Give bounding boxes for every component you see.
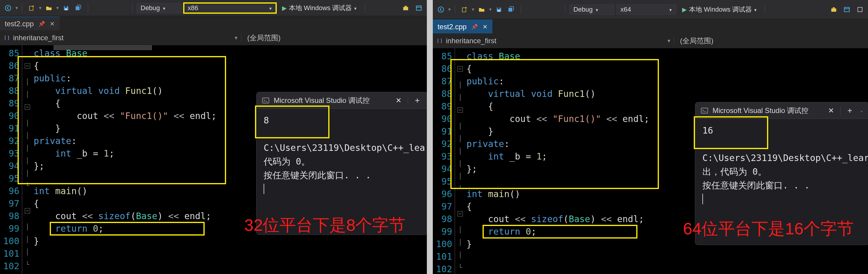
tab-test2cpp[interactable]: test2.cpp 📌 ✕ — [0, 17, 60, 30]
console-output: 16 C:\Users\23119\Desktop\C++_learn 出，代码… — [695, 119, 868, 211]
console-output: 8 C:\Users\23119\Desktop\C++_lea 代码为 0。 … — [256, 109, 427, 201]
tab-filename: test2.cpp — [5, 20, 34, 28]
svg-rect-6 — [416, 6, 422, 10]
svg-rect-12 — [497, 10, 500, 11]
svg-rect-17 — [858, 7, 862, 11]
console-titlebar[interactable]: Microsoft Visual Studio 调试控 ✕ + ⌄ — [695, 102, 868, 119]
svg-rect-10 — [462, 8, 466, 12]
tab-filename: test2.cpp — [438, 23, 466, 31]
document-tabs: test2.cpp 📌 ✕ — [0, 16, 427, 30]
terminal-icon — [262, 97, 270, 104]
console-title: Microsoft Visual Studio 调试控 — [274, 96, 389, 105]
namespace-dropdown[interactable]: inheritance_first ▾ — [433, 37, 674, 45]
platform-dropdown[interactable]: x86 — [184, 3, 276, 13]
console-titlebar[interactable]: Microsoft Visual Studio 调试控 ✕ + — [256, 92, 427, 109]
main-toolbar: ▾ ▾ ▾ Debug x64 — [433, 0, 868, 19]
namespace-dropdown[interactable]: inheritance_first ▾ — [0, 34, 241, 42]
svg-rect-14 — [833, 7, 835, 8]
start-debug-button[interactable]: ▶ 本地 Windows 调试器 — [679, 4, 761, 15]
scope-bar: inheritance_first ▾ (全局范围) — [433, 33, 868, 48]
svg-rect-4 — [403, 7, 408, 10]
chevron-down-icon: ▾ — [448, 6, 451, 12]
svg-rect-15 — [844, 7, 849, 11]
play-icon: ▶ — [682, 6, 687, 13]
open-button[interactable] — [476, 4, 487, 15]
annotation-text: 32位平台下是8个字节 — [244, 214, 405, 237]
svg-point-9 — [438, 6, 443, 12]
vs-window-x64: ▾ ▾ ▾ Debug x64 — [433, 0, 868, 274]
main-toolbar: ▾ ▾ ▾ Debug x86 — [0, 0, 427, 16]
namespace-label: inheritance_first — [446, 37, 496, 45]
line-number-gutter: 858687888990 919293949596 97989910010110… — [0, 45, 22, 274]
fold-column[interactable]: − ││ − │││││└ − │││└ — [22, 45, 32, 274]
toolbox-button[interactable] — [401, 3, 411, 13]
pin-icon[interactable]: 📌 — [38, 21, 45, 27]
toolbox-button[interactable] — [829, 4, 839, 15]
config-label: Debug — [141, 4, 160, 12]
close-icon[interactable]: ✕ — [483, 23, 488, 30]
new-item-button[interactable] — [27, 3, 37, 13]
line-number-gutter: 858687888990 919293949596 97989910010110… — [433, 48, 455, 274]
separator — [455, 5, 455, 14]
namespace-icon — [436, 37, 443, 44]
console-close-button[interactable]: ✕ — [826, 106, 836, 115]
start-debug-label: 本地 Windows 调试器 — [689, 5, 752, 14]
start-debug-button[interactable]: ▶ 本地 Windows 调试器 — [279, 3, 361, 13]
svg-rect-1 — [30, 6, 33, 10]
start-debug-label: 本地 Windows 调试器 — [289, 4, 352, 12]
svg-rect-11 — [497, 7, 499, 9]
chevron-down-icon: ▾ — [56, 5, 59, 11]
chevron-down-icon: ▾ — [39, 5, 41, 11]
tab-test2cpp[interactable]: test2.cpp 📌 ✕ — [433, 20, 492, 33]
save-button[interactable] — [61, 3, 71, 13]
console-close-button[interactable]: ✕ — [394, 96, 404, 105]
terminal-icon — [701, 107, 708, 114]
separator — [22, 4, 22, 12]
svg-point-0 — [5, 5, 11, 10]
save-button[interactable] — [494, 4, 504, 15]
config-dropdown[interactable]: Debug — [137, 3, 181, 13]
saveall-button[interactable] — [506, 4, 517, 15]
fold-column[interactable]: − ││ − │││││└ − │││└ — [455, 48, 465, 274]
chevron-down-icon: ⌄ — [860, 108, 864, 113]
config-dropdown[interactable]: Debug — [569, 4, 614, 15]
layout-button[interactable] — [414, 3, 424, 13]
console-newtab-button[interactable]: + — [845, 106, 855, 115]
separator — [565, 5, 565, 14]
annotation-text: 64位平台下是16个字节 — [683, 218, 854, 240]
config-label: Debug — [574, 6, 593, 13]
console-title: Microsoft Visual Studio 调试控 — [713, 106, 822, 115]
namespace-label: inheritance_first — [13, 34, 63, 42]
svg-rect-18 — [701, 108, 708, 113]
scope-right-label: (全局范围) — [247, 33, 281, 43]
svg-rect-3 — [65, 8, 67, 10]
scope-right-dropdown[interactable]: (全局范围) — [674, 36, 868, 46]
console-newtab-button[interactable]: + — [412, 96, 423, 105]
chevron-down-icon: ▾ — [16, 5, 18, 11]
nav-back-button[interactable] — [436, 4, 446, 15]
saveall-button[interactable] — [73, 3, 84, 13]
svg-rect-13 — [831, 8, 836, 11]
extra-button[interactable] — [855, 4, 865, 15]
separator — [521, 5, 521, 14]
layout-button[interactable] — [842, 4, 852, 15]
document-tabs: test2.cpp 📌 ✕ — [433, 19, 868, 33]
platform-dropdown[interactable]: x64 — [617, 4, 676, 15]
scope-bar: inheritance_first ▾ (全局范围) — [0, 30, 427, 45]
open-button[interactable] — [44, 3, 54, 13]
separator — [132, 4, 132, 12]
separator — [408, 96, 408, 105]
separator — [365, 4, 365, 12]
platform-label: x64 — [620, 6, 631, 13]
nav-back-button[interactable] — [3, 3, 13, 13]
svg-rect-2 — [65, 6, 67, 7]
platform-label: x86 — [188, 4, 198, 12]
namespace-icon — [4, 34, 10, 41]
separator — [840, 106, 841, 115]
debug-console: Microsoft Visual Studio 调试控 ✕ + 8 C:\Use… — [256, 92, 427, 235]
vs-window-x86: ▾ ▾ ▾ Debug x86 — [0, 0, 427, 274]
close-icon[interactable]: ✕ — [50, 20, 55, 27]
new-item-button[interactable] — [459, 4, 469, 15]
scope-right-dropdown[interactable]: (全局范围) — [241, 33, 427, 43]
pin-icon[interactable]: 📌 — [471, 24, 478, 30]
